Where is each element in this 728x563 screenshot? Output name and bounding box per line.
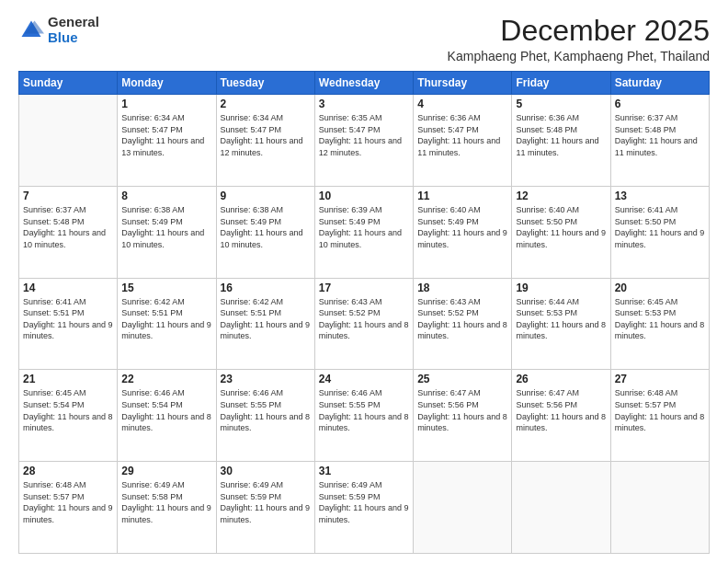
col-wednesday: Wednesday — [314, 72, 413, 95]
day-info: Sunrise: 6:49 AMSunset: 5:58 PMDaylight:… — [121, 479, 211, 525]
day-number: 17 — [319, 282, 409, 294]
day-number: 2 — [221, 98, 311, 110]
day-number: 19 — [516, 282, 606, 294]
cell-w5-d1: 28Sunrise: 6:48 AMSunset: 5:57 PMDayligh… — [19, 462, 118, 554]
day-number: 30 — [221, 465, 311, 477]
logo: General Blue — [18, 15, 99, 45]
cell-w1-d7: 6Sunrise: 6:37 AMSunset: 5:48 PMDaylight… — [610, 95, 709, 187]
day-number: 9 — [221, 190, 311, 202]
day-number: 14 — [23, 282, 113, 294]
day-info: Sunrise: 6:46 AMSunset: 5:54 PMDaylight:… — [121, 387, 211, 433]
cell-w5-d7 — [610, 462, 709, 554]
day-info: Sunrise: 6:35 AMSunset: 5:47 PMDaylight:… — [319, 112, 409, 158]
day-number: 21 — [23, 373, 113, 385]
day-info: Sunrise: 6:37 AMSunset: 5:48 PMDaylight:… — [615, 112, 705, 158]
cell-w3-d3: 16Sunrise: 6:42 AMSunset: 5:51 PMDayligh… — [216, 278, 314, 370]
cell-w4-d4: 24Sunrise: 6:46 AMSunset: 5:55 PMDayligh… — [314, 370, 413, 462]
cell-w1-d5: 4Sunrise: 6:36 AMSunset: 5:47 PMDaylight… — [414, 95, 512, 187]
cell-w2-d1: 7Sunrise: 6:37 AMSunset: 5:48 PMDaylight… — [19, 186, 118, 278]
day-info: Sunrise: 6:48 AMSunset: 5:57 PMDaylight:… — [615, 387, 705, 433]
day-info: Sunrise: 6:36 AMSunset: 5:47 PMDaylight:… — [417, 112, 507, 158]
cell-w4-d6: 26Sunrise: 6:47 AMSunset: 5:56 PMDayligh… — [512, 370, 610, 462]
day-number: 7 — [23, 190, 113, 202]
day-info: Sunrise: 6:49 AMSunset: 5:59 PMDaylight:… — [221, 479, 311, 525]
cell-w3-d5: 18Sunrise: 6:43 AMSunset: 5:52 PMDayligh… — [414, 278, 512, 370]
cell-w3-d6: 19Sunrise: 6:44 AMSunset: 5:53 PMDayligh… — [512, 278, 610, 370]
logo-icon — [18, 17, 44, 43]
day-info: Sunrise: 6:43 AMSunset: 5:52 PMDaylight:… — [319, 296, 409, 342]
day-info: Sunrise: 6:42 AMSunset: 5:51 PMDaylight:… — [121, 296, 211, 342]
cell-w2-d3: 9Sunrise: 6:38 AMSunset: 5:49 PMDaylight… — [216, 186, 314, 278]
col-saturday: Saturday — [610, 72, 709, 95]
day-info: Sunrise: 6:41 AMSunset: 5:51 PMDaylight:… — [23, 296, 113, 342]
cell-w2-d7: 13Sunrise: 6:41 AMSunset: 5:50 PMDayligh… — [610, 186, 709, 278]
cell-w4-d3: 23Sunrise: 6:46 AMSunset: 5:55 PMDayligh… — [216, 370, 314, 462]
day-number: 28 — [23, 465, 113, 477]
day-number: 12 — [516, 190, 606, 202]
day-number: 15 — [121, 282, 211, 294]
day-number: 20 — [615, 282, 705, 294]
page: General Blue December 2025 Kamphaeng Phe… — [0, 0, 728, 563]
month-year-title: December 2025 — [448, 15, 710, 47]
day-info: Sunrise: 6:40 AMSunset: 5:50 PMDaylight:… — [516, 204, 606, 250]
week-row-1: 1Sunrise: 6:34 AMSunset: 5:47 PMDaylight… — [19, 95, 710, 187]
day-info: Sunrise: 6:48 AMSunset: 5:57 PMDaylight:… — [23, 479, 113, 525]
cell-w3-d2: 15Sunrise: 6:42 AMSunset: 5:51 PMDayligh… — [118, 278, 216, 370]
day-number: 18 — [417, 282, 507, 294]
day-info: Sunrise: 6:49 AMSunset: 5:59 PMDaylight:… — [319, 479, 409, 525]
logo-blue-text: Blue — [48, 29, 78, 45]
cell-w2-d2: 8Sunrise: 6:38 AMSunset: 5:49 PMDaylight… — [118, 186, 216, 278]
day-number: 13 — [615, 190, 705, 202]
day-info: Sunrise: 6:46 AMSunset: 5:55 PMDaylight:… — [221, 387, 311, 433]
col-sunday: Sunday — [19, 72, 118, 95]
day-number: 23 — [221, 373, 311, 385]
cell-w5-d4: 31Sunrise: 6:49 AMSunset: 5:59 PMDayligh… — [314, 462, 413, 554]
calendar-header-row: Sunday Monday Tuesday Wednesday Thursday… — [19, 72, 710, 95]
cell-w2-d5: 11Sunrise: 6:40 AMSunset: 5:49 PMDayligh… — [414, 186, 512, 278]
day-number: 11 — [417, 190, 507, 202]
logo-general-text: General — [48, 14, 99, 29]
day-info: Sunrise: 6:39 AMSunset: 5:49 PMDaylight:… — [319, 204, 409, 250]
day-info: Sunrise: 6:47 AMSunset: 5:56 PMDaylight:… — [417, 387, 507, 433]
cell-w5-d2: 29Sunrise: 6:49 AMSunset: 5:58 PMDayligh… — [118, 462, 216, 554]
day-number: 6 — [615, 98, 705, 110]
day-info: Sunrise: 6:37 AMSunset: 5:48 PMDaylight:… — [23, 204, 113, 250]
cell-w5-d6 — [512, 462, 610, 554]
cell-w1-d2: 1Sunrise: 6:34 AMSunset: 5:47 PMDaylight… — [118, 95, 216, 187]
cell-w4-d1: 21Sunrise: 6:45 AMSunset: 5:54 PMDayligh… — [19, 370, 118, 462]
location-subtitle: Kamphaeng Phet, Kamphaeng Phet, Thailand — [448, 49, 710, 63]
header: General Blue December 2025 Kamphaeng Phe… — [18, 15, 710, 63]
cell-w3-d1: 14Sunrise: 6:41 AMSunset: 5:51 PMDayligh… — [19, 278, 118, 370]
day-number: 22 — [121, 373, 211, 385]
day-number: 26 — [516, 373, 606, 385]
day-number: 5 — [516, 98, 606, 110]
day-info: Sunrise: 6:38 AMSunset: 5:49 PMDaylight:… — [121, 204, 211, 250]
day-info: Sunrise: 6:41 AMSunset: 5:50 PMDaylight:… — [615, 204, 705, 250]
day-number: 10 — [319, 190, 409, 202]
day-number: 27 — [615, 373, 705, 385]
day-number: 4 — [417, 98, 507, 110]
day-info: Sunrise: 6:34 AMSunset: 5:47 PMDaylight:… — [221, 112, 311, 158]
col-tuesday: Tuesday — [216, 72, 314, 95]
cell-w4-d2: 22Sunrise: 6:46 AMSunset: 5:54 PMDayligh… — [118, 370, 216, 462]
day-info: Sunrise: 6:38 AMSunset: 5:49 PMDaylight:… — [221, 204, 311, 250]
day-number: 3 — [319, 98, 409, 110]
col-thursday: Thursday — [414, 72, 512, 95]
cell-w4-d7: 27Sunrise: 6:48 AMSunset: 5:57 PMDayligh… — [610, 370, 709, 462]
day-info: Sunrise: 6:45 AMSunset: 5:53 PMDaylight:… — [615, 296, 705, 342]
week-row-3: 14Sunrise: 6:41 AMSunset: 5:51 PMDayligh… — [19, 278, 710, 370]
day-number: 24 — [319, 373, 409, 385]
day-info: Sunrise: 6:47 AMSunset: 5:56 PMDaylight:… — [516, 387, 606, 433]
col-monday: Monday — [118, 72, 216, 95]
day-number: 16 — [221, 282, 311, 294]
cell-w2-d4: 10Sunrise: 6:39 AMSunset: 5:49 PMDayligh… — [314, 186, 413, 278]
cell-w1-d6: 5Sunrise: 6:36 AMSunset: 5:48 PMDaylight… — [512, 95, 610, 187]
day-info: Sunrise: 6:45 AMSunset: 5:54 PMDaylight:… — [23, 387, 113, 433]
day-info: Sunrise: 6:44 AMSunset: 5:53 PMDaylight:… — [516, 296, 606, 342]
title-block: December 2025 Kamphaeng Phet, Kamphaeng … — [448, 15, 710, 63]
day-info: Sunrise: 6:34 AMSunset: 5:47 PMDaylight:… — [121, 112, 211, 158]
cell-w2-d6: 12Sunrise: 6:40 AMSunset: 5:50 PMDayligh… — [512, 186, 610, 278]
cell-w5-d5 — [414, 462, 512, 554]
day-info: Sunrise: 6:42 AMSunset: 5:51 PMDaylight:… — [221, 296, 311, 342]
day-number: 31 — [319, 465, 409, 477]
